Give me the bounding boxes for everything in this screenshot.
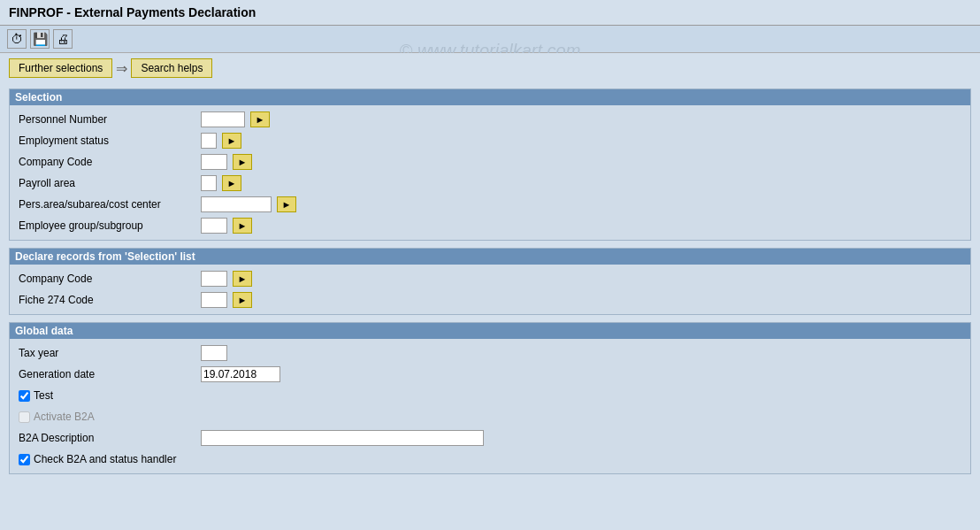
pers-area-arrow[interactable]: ► (277, 196, 296, 212)
test-label: Test (34, 389, 53, 402)
global-section: Global data Tax year Generation date Tes… (9, 322, 971, 474)
save-icon[interactable]: 💾 (30, 29, 50, 49)
employment-status-input[interactable] (201, 133, 217, 149)
employment-status-arrow[interactable]: ► (222, 133, 241, 149)
pers-area-row: Pers.area/subarea/cost center ► (19, 196, 961, 213)
check-b2a-row: Check B2A and status handler (19, 450, 961, 468)
clock-icon[interactable]: ⏱ (7, 29, 27, 49)
generation-date-input[interactable] (201, 366, 280, 382)
activate-b2a-label: Activate B2A (34, 411, 95, 423)
employee-group-row: Employee group/subgroup ► (19, 217, 961, 234)
pers-area-input[interactable] (201, 196, 272, 212)
selection-section: Selection Personnel Number ► Employment … (9, 88, 971, 241)
selection-body: Personnel Number ► Employment status ► C… (10, 105, 970, 240)
b2a-description-label: B2A Description (19, 432, 195, 444)
declare-company-code-input[interactable] (201, 271, 227, 287)
declare-company-code-row: Company Code ► (19, 270, 961, 288)
check-b2a-label: Check B2A and status handler (34, 453, 176, 465)
activate-b2a-checkbox (19, 411, 30, 423)
personnel-number-label: Personnel Number (19, 113, 195, 126)
declare-header: Declare records from 'Selection' list (10, 249, 970, 265)
page-title: FINPROF - External Payments Declaration (9, 5, 256, 19)
check-b2a-checkbox[interactable] (19, 454, 30, 465)
employee-group-input[interactable] (201, 218, 227, 234)
main-content: Selection Personnel Number ► Employment … (0, 83, 980, 480)
title-bar: FINPROF - External Payments Declaration (0, 0, 980, 26)
personnel-number-row: Personnel Number ► (19, 111, 961, 128)
global-header: Global data (10, 323, 970, 339)
tax-year-label: Tax year (19, 347, 195, 359)
employee-group-label: Employee group/subgroup (19, 219, 195, 232)
print-icon[interactable]: 🖨 (53, 29, 73, 49)
activate-b2a-row: Activate B2A (19, 408, 961, 426)
button-bar: Further selections ⇒ Search helps (0, 53, 980, 83)
search-helps-button[interactable]: Search helps (131, 58, 212, 78)
declare-section: Declare records from 'Selection' list Co… (9, 248, 971, 315)
payroll-area-label: Payroll area (19, 177, 195, 189)
personnel-number-arrow[interactable]: ► (250, 111, 270, 127)
fiche-274-label: Fiche 274 Code (19, 294, 195, 306)
b2a-description-row: B2A Description (19, 429, 961, 447)
payroll-area-input[interactable] (201, 175, 217, 191)
company-code-input[interactable] (201, 154, 227, 170)
tax-year-row: Tax year (19, 344, 961, 362)
company-code-row: Company Code ► (19, 153, 961, 171)
declare-company-code-label: Company Code (19, 273, 195, 285)
personnel-number-input[interactable] (201, 111, 245, 127)
employment-status-row: Employment status ► (19, 132, 961, 150)
toolbar: ⏱ 💾 🖨 (0, 26, 980, 53)
payroll-area-arrow[interactable]: ► (222, 175, 241, 191)
fiche-274-row: Fiche 274 Code ► (19, 291, 961, 309)
tax-year-input[interactable] (201, 345, 227, 361)
global-body: Tax year Generation date Test Activate B… (10, 339, 970, 473)
further-selections-button[interactable]: Further selections (9, 58, 112, 78)
test-checkbox-row: Test (19, 387, 961, 404)
selection-header: Selection (10, 89, 970, 105)
test-checkbox[interactable] (19, 390, 30, 402)
company-code-arrow[interactable]: ► (233, 154, 252, 170)
fiche-274-arrow[interactable]: ► (233, 292, 252, 308)
company-code-label: Company Code (19, 156, 195, 168)
employment-status-label: Employment status (19, 134, 195, 147)
declare-company-code-arrow[interactable]: ► (233, 271, 252, 287)
generation-date-label: Generation date (19, 368, 195, 380)
employee-group-arrow[interactable]: ► (233, 218, 252, 234)
generation-date-row: Generation date (19, 365, 961, 383)
fiche-274-input[interactable] (201, 292, 227, 308)
pers-area-label: Pers.area/subarea/cost center (19, 198, 195, 211)
b2a-description-input[interactable] (201, 430, 484, 446)
payroll-area-row: Payroll area ► (19, 174, 961, 192)
declare-body: Company Code ► Fiche 274 Code ► (10, 265, 970, 314)
